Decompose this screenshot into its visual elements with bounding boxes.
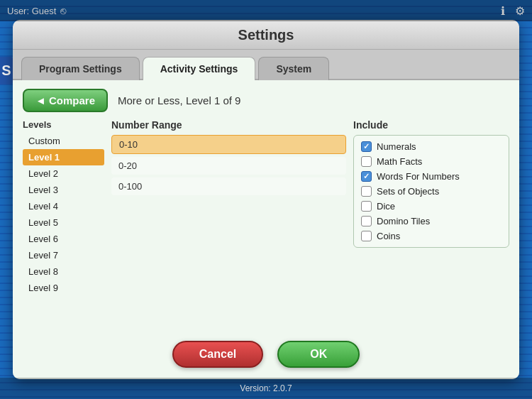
include-label-domino-tiles: Domino Tiles <box>377 216 430 226</box>
range-panel: Number Range 0-10 0-20 0-100 <box>111 119 346 327</box>
level-item-custom[interactable]: Custom <box>23 133 104 149</box>
level-item-7[interactable]: Level 7 <box>23 247 104 263</box>
include-panel: Include Numerals Math Facts Words For Nu… <box>353 119 509 327</box>
panels: Levels Custom Level 1 Level 2 Level 3 Le… <box>23 119 509 327</box>
logout-icon[interactable]: ⎋ <box>60 5 66 16</box>
levels-header: Levels <box>23 119 104 130</box>
include-label-words-for-numbers: Words For Numbers <box>377 171 460 182</box>
user-label: User: Guest <box>7 6 56 16</box>
app-brand: S <box>0 57 13 84</box>
user-info: User: Guest ⎋ <box>7 5 66 16</box>
tab-system[interactable]: System <box>258 57 329 80</box>
checkbox-domino-tiles[interactable] <box>361 216 372 226</box>
level-item-4[interactable]: Level 4 <box>23 198 104 214</box>
level-item-9[interactable]: Level 9 <box>23 280 104 296</box>
include-label-coins: Coins <box>377 231 400 241</box>
dialog-title: Settings <box>238 27 294 43</box>
tab-activity-settings[interactable]: Activity Settings <box>143 57 256 80</box>
include-label-sets-of-objects: Sets of Objects <box>377 186 439 197</box>
include-items-list: Numerals Math Facts Words For Numbers Se… <box>353 135 509 248</box>
range-item-0-10[interactable]: 0-10 <box>111 135 346 154</box>
breadcrumb: More or Less, Level 1 of 9 <box>118 94 240 106</box>
top-bar: User: Guest ⎋ ℹ ⚙ <box>0 0 532 21</box>
top-controls: ◄ Compare More or Less, Level 1 of 9 <box>23 89 509 112</box>
include-row-words-for-numbers: Words For Numbers <box>361 171 501 182</box>
content-area: ◄ Compare More or Less, Level 1 of 9 Lev… <box>13 80 519 379</box>
number-range-header: Number Range <box>111 119 346 131</box>
info-icon[interactable]: ℹ <box>501 4 505 18</box>
level-item-2[interactable]: Level 2 <box>23 165 104 182</box>
include-row-dice: Dice <box>361 201 501 212</box>
range-item-0-20[interactable]: 0-20 <box>111 157 346 175</box>
checkbox-math-facts[interactable] <box>361 156 372 167</box>
range-item-0-100[interactable]: 0-100 <box>111 177 346 195</box>
footer: Cancel OK <box>23 334 509 371</box>
checkbox-dice[interactable] <box>361 201 372 212</box>
level-item-5[interactable]: Level 5 <box>23 214 104 231</box>
include-row-coins: Coins <box>361 231 501 241</box>
ok-button[interactable]: OK <box>277 341 360 368</box>
checkbox-numerals[interactable] <box>361 141 372 152</box>
include-header: Include <box>353 119 509 131</box>
version-text: Version: 2.0.7 <box>240 383 292 393</box>
dialog-title-bar: Settings <box>13 20 519 50</box>
include-row-math-facts: Math Facts <box>361 156 501 167</box>
include-row-domino-tiles: Domino Tiles <box>361 216 501 226</box>
range-list: 0-10 0-20 0-100 <box>111 135 346 195</box>
checkbox-coins[interactable] <box>361 231 372 241</box>
bottom-bar: Version: 2.0.7 <box>0 378 532 399</box>
top-bar-actions: ℹ ⚙ <box>501 4 525 18</box>
level-item-3[interactable]: Level 3 <box>23 182 104 198</box>
include-label-math-facts: Math Facts <box>377 156 422 167</box>
cancel-button[interactable]: Cancel <box>172 341 263 368</box>
tabs-bar: Program Settings Activity Settings Syste… <box>13 50 519 80</box>
checkbox-sets-of-objects[interactable] <box>361 186 372 197</box>
levels-panel: Levels Custom Level 1 Level 2 Level 3 Le… <box>23 119 104 327</box>
include-row-numerals: Numerals <box>361 141 501 152</box>
include-row-sets-of-objects: Sets of Objects <box>361 186 501 197</box>
include-label-numerals: Numerals <box>377 141 416 152</box>
checkbox-words-for-numbers[interactable] <box>361 171 372 182</box>
compare-button[interactable]: ◄ Compare <box>23 89 108 112</box>
include-label-dice: Dice <box>377 201 395 212</box>
settings-dialog: Settings Program Settings Activity Setti… <box>13 20 519 379</box>
level-item-1[interactable]: Level 1 <box>23 149 104 165</box>
settings-icon[interactable]: ⚙ <box>515 4 525 18</box>
level-item-6[interactable]: Level 6 <box>23 231 104 247</box>
level-item-8[interactable]: Level 8 <box>23 263 104 280</box>
tab-program-settings[interactable]: Program Settings <box>21 57 140 80</box>
